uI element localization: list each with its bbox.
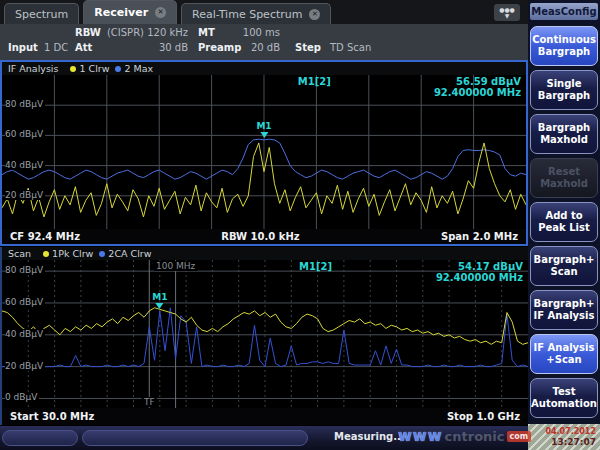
instrument-screen: Spectrum Receiver ✕ Real-Time Spectrum ✕…: [0, 0, 600, 450]
softkey-test-automation[interactable]: Test Automation: [530, 378, 598, 418]
if-analysis-chart[interactable]: M1[2] 56.59 dBµV 92.400000 MHz 80 dBµV60…: [2, 75, 526, 229]
scan-marker-level: 54.17 dBµV: [458, 261, 523, 272]
legend-trace1-label: 1 Clrw: [79, 63, 109, 74]
y-axis-label: 20 dBµV: [5, 190, 45, 200]
tab-receiver[interactable]: Receiver ✕: [83, 0, 177, 24]
legend-scan-trace1: 1Pk Clrw: [43, 248, 93, 259]
tab-overflow-button[interactable]: ●●● ▼: [494, 4, 520, 21]
y-axis-label: 20 dBµV: [5, 361, 45, 371]
trace2-dot-icon: [115, 66, 121, 72]
stop-freq-value[interactable]: Stop 1.0 GHz: [447, 411, 520, 422]
rbw-value[interactable]: (CISPR) 120 kHz: [100, 27, 188, 38]
y-axis-label: 60 dBµV: [5, 129, 45, 139]
mt-label[interactable]: MT: [198, 27, 215, 38]
cf-value[interactable]: CF 92.4 MHz: [10, 231, 80, 242]
date-value: 04.07.2012: [528, 426, 596, 437]
status-field-1: [2, 430, 78, 446]
step-value[interactable]: TD Scan: [330, 42, 371, 53]
if-analysis-window[interactable]: IF Analysis 1 Clrw 2 Max M1[2] 56.59 dBµ…: [0, 60, 528, 246]
y-axis-label: 80 dBµV: [5, 99, 45, 109]
softkey-bargraph-scan[interactable]: Bargraph+ Scan: [530, 246, 598, 286]
settings-bar: RBW (CISPR) 120 kHz MT 100 ms Input 1 DC…: [0, 24, 528, 60]
time-value: 13:27:07: [528, 437, 596, 448]
y-axis-label: 40 dBµV: [5, 329, 45, 339]
scan-chart[interactable]: M1[2] 54.17 dBµV 92.400000 MHz 80 dBµV60…: [2, 260, 528, 408]
scan-marker-readout: M1[2] 54.17 dBµV 92.400000 MHz: [2, 261, 523, 283]
y-axis-label: 40 dBµV: [5, 160, 45, 170]
tab-realtime-spectrum[interactable]: Real-Time Spectrum ✕: [181, 3, 331, 24]
scan-window-title: Scan: [8, 248, 31, 259]
tab-spectrum-label: Spectrum: [15, 8, 68, 21]
softkey-continuous-bargraph[interactable]: Continuous Bargraph: [530, 26, 598, 66]
scan-window-header: Scan 1Pk Clrw 2CA Clrw: [2, 247, 528, 260]
freq-line-label: TF: [142, 397, 157, 407]
close-icon[interactable]: ✕: [155, 7, 166, 18]
softkey-bargraph-maxhold[interactable]: Bargraph Maxhold: [530, 114, 598, 154]
att-value[interactable]: 30 dB: [100, 42, 188, 53]
legend-trace2: 2 Max: [115, 63, 153, 74]
softkey-single-bargraph[interactable]: Single Bargraph: [530, 70, 598, 110]
softkey-panel: MeasConfig Continuous Bargraph Single Ba…: [528, 0, 600, 450]
if-marker-freq: 92.400000 MHz: [2, 87, 521, 98]
close-icon[interactable]: ✕: [309, 9, 320, 20]
input-label[interactable]: Input: [8, 42, 38, 53]
scan-trace1-dot-icon: [43, 251, 49, 257]
att-label[interactable]: Att: [75, 42, 92, 53]
if-window-footer: CF 92.4 MHz RBW 10.0 kHz Span 2.0 MHz: [2, 229, 526, 244]
tab-bar: Spectrum Receiver ✕ Real-Time Spectrum ✕…: [0, 0, 528, 24]
marker-m1[interactable]: M1: [256, 122, 271, 138]
span-value[interactable]: Span 2.0 MHz: [441, 231, 518, 242]
y-axis-label: 60 dBµV: [5, 297, 45, 307]
tab-receiver-label: Receiver: [94, 6, 148, 19]
scan-marker-name: M1[2]: [299, 261, 332, 272]
legend-scan-trace2: 2CA Clrw: [99, 248, 151, 259]
chevron-down-icon: ▼: [505, 13, 510, 19]
legend-scan-trace2-label: 2CA Clrw: [108, 248, 151, 259]
softkey-menu-title: MeasConfig: [530, 3, 598, 20]
scan-window[interactable]: Scan 1Pk Clrw 2CA Clrw M1[2] 54.17 dBµV …: [0, 247, 528, 425]
measuring-status: Measuring...: [334, 431, 405, 442]
input-value[interactable]: 1 DC: [44, 42, 68, 53]
softkey-add-to-peak-list[interactable]: Add to Peak List: [530, 202, 598, 242]
if-marker-readout: M1[2] 56.59 dBµV 92.400000 MHz: [2, 76, 521, 98]
softkey-if-analysis-scan[interactable]: IF Analysis +Scan: [530, 334, 598, 374]
if-marker-level: 56.59 dBµV: [456, 76, 521, 87]
softkey-list: Continuous Bargraph Single Bargraph Barg…: [528, 26, 600, 418]
if-marker-name: M1[2]: [298, 76, 331, 87]
scan-window-footer: Start 30.0 MHz Stop 1.0 GHz: [2, 408, 528, 425]
if-window-title: IF Analysis: [8, 63, 58, 74]
if-window-header: IF Analysis 1 Clrw 2 Max: [2, 62, 526, 75]
step-label[interactable]: Step: [295, 42, 321, 53]
marker-triangle-icon: [156, 303, 164, 309]
rbw-footer-value[interactable]: RBW 10.0 kHz: [221, 231, 299, 242]
start-freq-value[interactable]: Start 30.0 MHz: [10, 411, 94, 422]
datetime-display: 04.07.2012 13:27:07: [528, 424, 600, 450]
scan-trace2-dot-icon: [99, 251, 105, 257]
status-field-2: [82, 430, 308, 446]
trace1-dot-icon: [70, 66, 76, 72]
legend-scan-trace1-label: 1Pk Clrw: [52, 248, 93, 259]
legend-trace1: 1 Clrw: [70, 63, 109, 74]
marker-m1[interactable]: M1: [152, 293, 167, 309]
y-axis-label: 0 dBµV: [5, 392, 39, 402]
tab-spectrum[interactable]: Spectrum: [4, 3, 79, 24]
softkey-reset-maxhold: Reset Maxhold: [530, 158, 598, 198]
marker-triangle-icon: [260, 132, 268, 138]
mt-value[interactable]: 100 ms: [230, 27, 280, 38]
rbw-label[interactable]: RBW: [75, 27, 101, 38]
preamp-value[interactable]: 20 dB: [230, 42, 280, 53]
status-bar: Measuring...: [0, 426, 528, 450]
softkey-bargraph-if-analysis[interactable]: Bargraph+ IF Analysis: [530, 290, 598, 330]
legend-trace2-label: 2 Max: [124, 63, 153, 74]
tab-realtime-label: Real-Time Spectrum: [192, 8, 302, 21]
if-chart-plot: [2, 75, 526, 229]
scan-marker-freq: 92.400000 MHz: [2, 272, 523, 283]
